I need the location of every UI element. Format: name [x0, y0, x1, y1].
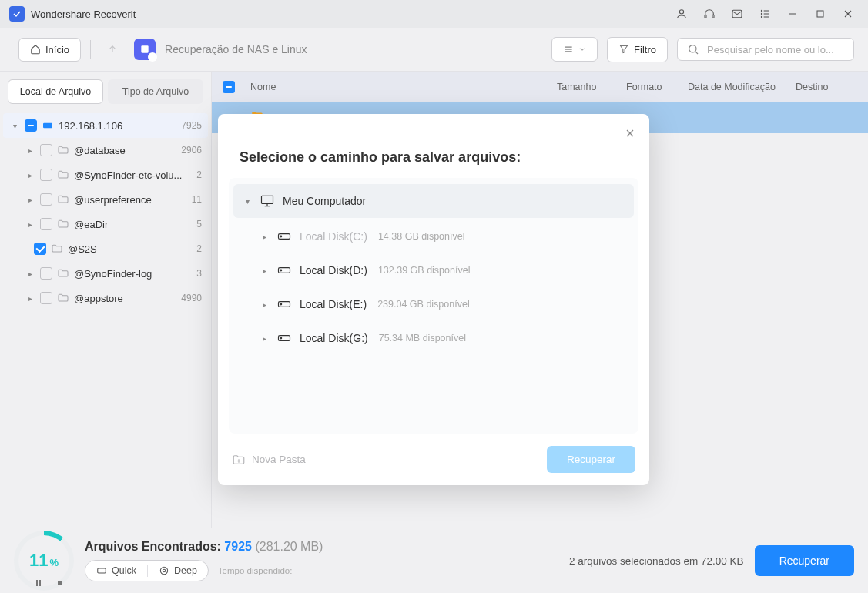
disk-label: Local Disk(C:): [300, 230, 367, 243]
drive-icon: [276, 330, 292, 346]
caret-icon[interactable]: ▸: [260, 266, 269, 275]
drive-icon: [276, 296, 292, 312]
svg-point-39: [280, 337, 282, 339]
dialog-title: Selecione o caminho para salvar arquivos…: [218, 114, 649, 178]
svg-rect-29: [262, 196, 273, 203]
caret-icon[interactable]: ▸: [260, 233, 269, 241]
svg-point-33: [280, 236, 282, 237]
close-icon[interactable]: [622, 125, 638, 142]
computer-icon: [260, 193, 275, 209]
disk-item: ▸Local Disk(C:)14.38 GB disponível: [229, 219, 638, 253]
drive-icon: [276, 229, 292, 244]
disk-item[interactable]: ▸Local Disk(E:)239.04 GB disponível: [229, 287, 638, 321]
disk-available: 75.34 MB disponível: [379, 333, 466, 343]
dialog-recover-button[interactable]: Recuperar: [547, 446, 635, 473]
my-computer-item[interactable]: ▾ Meu Computador: [233, 184, 634, 218]
save-path-dialog: Selecione o caminho para salvar arquivos…: [218, 114, 649, 485]
disk-label: Local Disk(E:): [300, 298, 367, 310]
caret-icon[interactable]: ▾: [243, 197, 252, 206]
disk-available: 132.39 GB disponível: [378, 265, 471, 276]
svg-point-35: [280, 270, 282, 271]
disk-list: ▾ Meu Computador ▸Local Disk(C:)14.38 GB…: [229, 178, 638, 434]
disk-available: 14.38 GB disponível: [378, 231, 465, 242]
disk-item[interactable]: ▸Local Disk(D:)132.39 GB disponível: [229, 253, 638, 287]
disk-label: Local Disk(G:): [300, 332, 368, 344]
disk-label: Meu Computador: [283, 195, 366, 207]
svg-point-37: [280, 303, 282, 305]
new-folder-button[interactable]: Nova Pasta: [232, 453, 306, 467]
drive-icon: [276, 263, 292, 278]
disk-available: 239.04 GB disponível: [377, 299, 470, 310]
caret-icon[interactable]: ▸: [260, 334, 269, 343]
disk-label: Local Disk(D:): [300, 264, 367, 276]
caret-icon[interactable]: ▸: [260, 300, 269, 309]
disk-item[interactable]: ▸Local Disk(G:)75.34 MB disponível: [229, 321, 638, 355]
new-folder-label: Nova Pasta: [252, 454, 306, 465]
